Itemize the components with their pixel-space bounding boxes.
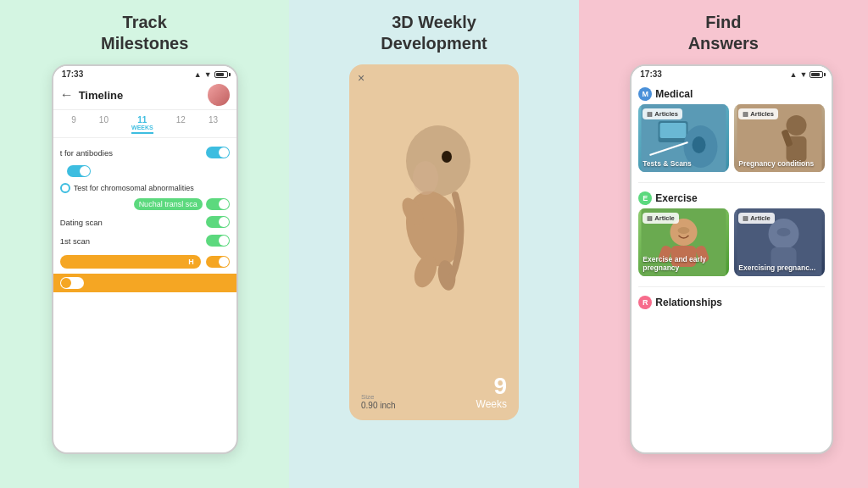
phone-3: 17:33 ▲ ▼ M Medical	[630, 64, 833, 454]
toggle-antibodies[interactable]	[206, 147, 230, 158]
card-pregnancy-conditions[interactable]: ▤ Articles Pregnancy conditions	[734, 104, 825, 172]
toggle-orange-full[interactable]	[60, 277, 84, 289]
close-button[interactable]: ×	[358, 71, 364, 85]
toggle-nuchal[interactable]	[206, 198, 230, 210]
panel-answers: FindAnswers 17:33 ▲ ▼ M Medical	[579, 0, 868, 488]
exercising-label: Exercising pregnanc...	[738, 263, 815, 272]
tl-label-1stscan: 1st scan	[60, 236, 201, 246]
panel-milestones: TrackMilestones 17:33 ▲ ▼ ← Timeline	[0, 0, 289, 488]
exercise-title: E Exercise	[638, 188, 825, 208]
wifi-icon-1: ▲	[194, 70, 202, 79]
tests-label: Tests & Scans	[643, 159, 691, 168]
toggle-dating[interactable]	[206, 216, 230, 228]
relationships-section: R Relationships	[632, 289, 832, 316]
status-bar-1: 17:33 ▲ ▼	[53, 66, 236, 80]
exercising-badge-label: Article	[750, 214, 770, 222]
tl-label-dating: Dating scan	[60, 218, 201, 227]
card-tests-scans[interactable]: ▤ Articles Tests & Scans	[638, 104, 729, 172]
medical-section: M Medical	[632, 80, 832, 180]
pregnancy-badge: ▤ Articles	[738, 108, 778, 119]
svg-point-6	[413, 161, 438, 195]
svg-point-19	[678, 227, 690, 234]
weeks-number: 9	[476, 374, 507, 398]
exercise-cards-row: ▤ Article Exercise and early pregnancy	[638, 208, 825, 276]
phone-1-wrapper: 17:33 ▲ ▼ ← Timeline 9 10	[52, 64, 238, 488]
battery-icon-3	[810, 71, 823, 78]
signal-icons-3: ▲ ▼	[789, 70, 823, 79]
week-tab-10[interactable]: 10	[99, 115, 108, 134]
week-tab-12[interactable]: 12	[176, 115, 186, 134]
signal-icons-1: ▲ ▼	[194, 70, 228, 79]
baby-embryo-image	[375, 102, 493, 339]
exercise-card-label: Exercise and early pregnancy	[643, 255, 729, 272]
status-time-3: 17:33	[640, 69, 662, 79]
tl-item-chromosomal: Test for chromosomal abnormalities	[53, 180, 236, 196]
week-tab-13[interactable]: 13	[209, 115, 218, 134]
medical-cards-row: ▤ Articles Tests & Scans	[638, 104, 825, 172]
bar-h-label: H	[188, 258, 194, 266]
card-exercise-pregnancy[interactable]: ▤ Article Exercise and early pregnancy	[638, 208, 729, 276]
exercise-badge: ▤ Article	[643, 213, 678, 224]
panel2-header: 3D WeeklyDevelopment	[289, 0, 578, 64]
tl-item-h: H	[53, 252, 236, 272]
medical-title: M Medical	[638, 84, 825, 104]
status-bar-3: 17:33 ▲ ▼	[632, 66, 832, 80]
svg-point-1	[442, 151, 452, 163]
timeline-title: Timeline	[79, 89, 203, 102]
wifi-icon-3: ▲	[789, 70, 797, 79]
exercise-badge-label: Article	[654, 214, 674, 222]
tests-badge: ▤ Articles	[643, 108, 682, 119]
exercising-badge: ▤ Article	[738, 213, 774, 224]
toggle-h[interactable]	[206, 256, 230, 268]
back-arrow[interactable]: ←	[60, 87, 74, 103]
svg-point-14	[787, 115, 807, 136]
relationships-title: R Relationships	[638, 292, 825, 313]
exercise-icon: E	[638, 191, 652, 205]
baby-card: ×	[349, 64, 519, 420]
baby-size: Size 0.90 inch	[361, 393, 396, 410]
size-value: 0.90 inch	[361, 401, 396, 410]
week-tab-11[interactable]: 11 WEEKS	[131, 115, 153, 134]
svg-point-11	[693, 136, 706, 153]
baby-image-area	[349, 64, 519, 368]
exercise-section: E Exercise	[632, 185, 832, 285]
tl-item-1stscan: 1st scan	[53, 231, 236, 250]
panel2-content: ×	[289, 64, 578, 488]
toggle-chromosomal[interactable]	[60, 183, 70, 193]
tl-label-chromosomal: Test for chromosomal abnormalities	[74, 184, 194, 192]
tl-item-antibodies: t for antibodies	[53, 143, 236, 162]
orange-bar-h: H	[60, 255, 201, 269]
phone-3-wrapper: 17:33 ▲ ▼ M Medical	[630, 64, 816, 488]
size-label: Size	[361, 393, 396, 401]
exercise-label: Exercise	[655, 192, 697, 204]
baby-weeks: 9 Weeks	[476, 374, 507, 410]
svg-rect-9	[660, 123, 687, 138]
tl-item-dating: Dating scan	[53, 213, 236, 231]
weeks-label: Weeks	[476, 398, 507, 410]
user-avatar	[208, 84, 230, 106]
baby-info: Size 0.90 inch 9 Weeks	[349, 368, 519, 420]
card-exercising[interactable]: ▤ Article Exercising pregnanc...	[734, 208, 825, 276]
pregnancy-label: Pregnancy conditions	[738, 159, 814, 168]
panel3-header: FindAnswers	[579, 0, 868, 64]
status-time-1: 17:33	[62, 69, 84, 79]
divider-1	[638, 182, 825, 183]
week-tab-9[interactable]: 9	[71, 115, 76, 134]
medical-icon: M	[638, 87, 652, 101]
svg-point-25	[777, 228, 791, 236]
panel-development: 3D WeeklyDevelopment ×	[289, 0, 578, 488]
week-tabs: 9 10 11 WEEKS 12 13	[53, 110, 236, 138]
toggle-sub[interactable]	[67, 165, 91, 177]
timeline-header: ← Timeline	[53, 80, 236, 110]
tl-item-sub	[53, 162, 236, 180]
medical-label: Medical	[655, 88, 693, 100]
divider-2	[638, 286, 825, 287]
toggle-1stscan[interactable]	[206, 235, 230, 247]
pregnancy-badge-label: Articles	[750, 110, 774, 118]
phone-1: 17:33 ▲ ▼ ← Timeline 9 10	[52, 64, 238, 454]
relationships-label: Relationships	[655, 297, 722, 308]
signal-icon-1: ▼	[204, 70, 212, 79]
tl-item-orange-full	[53, 274, 236, 292]
tl-label-nuchal: Nuchal transl sca	[134, 198, 203, 210]
relationships-icon: R	[638, 296, 652, 309]
